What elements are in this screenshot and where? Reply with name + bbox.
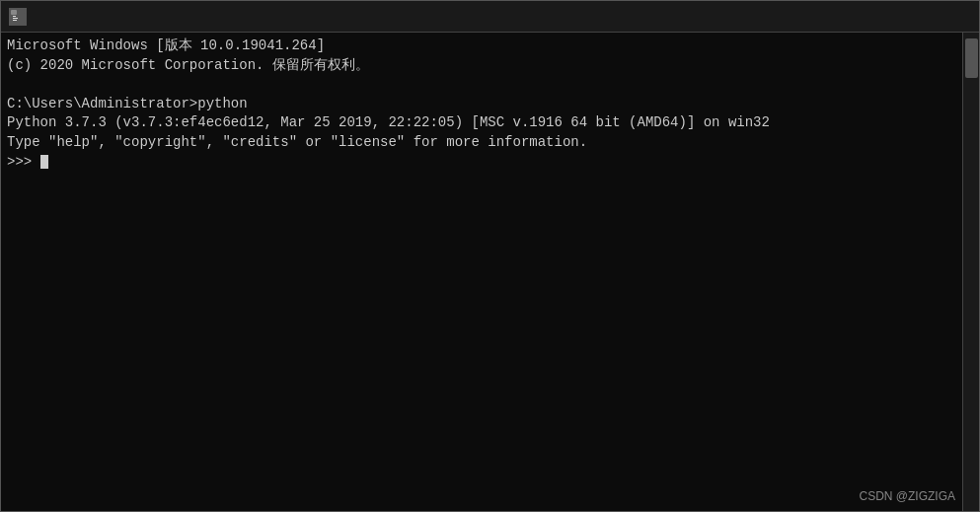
- console-line: >>>: [7, 153, 956, 173]
- svg-rect-4: [13, 20, 17, 21]
- restore-button[interactable]: [880, 1, 926, 33]
- console-line: C:\Users\Administrator>python: [7, 95, 956, 114]
- title-bar: [1, 1, 979, 33]
- console-line: [7, 75, 956, 95]
- window-icon: [9, 8, 27, 26]
- svg-rect-2: [13, 16, 16, 17]
- close-button[interactable]: [926, 1, 971, 33]
- title-bar-controls: [835, 1, 971, 33]
- svg-rect-3: [13, 18, 18, 19]
- svg-rect-1: [11, 10, 17, 15]
- scrollbar-thumb[interactable]: [965, 38, 978, 78]
- console-area[interactable]: Microsoft Windows [版本 10.0.19041.264](c)…: [1, 33, 962, 511]
- console-line: (c) 2020 Microsoft Corporation. 保留所有权利。: [7, 56, 956, 76]
- minimize-button[interactable]: [835, 1, 880, 33]
- scrollbar-track[interactable]: [962, 33, 979, 511]
- cmd-window: Microsoft Windows [版本 10.0.19041.264](c)…: [0, 0, 980, 512]
- console-line: Python 3.7.3 (v3.7.3:ef4ec6ed12, Mar 25 …: [7, 113, 956, 133]
- cursor: [40, 155, 48, 169]
- window-body: Microsoft Windows [版本 10.0.19041.264](c)…: [1, 33, 979, 511]
- watermark: CSDN @ZIGZIGA: [859, 489, 955, 503]
- console-line: Microsoft Windows [版本 10.0.19041.264]: [7, 37, 956, 56]
- console-line: Type "help", "copyright", "credits" or "…: [7, 133, 956, 153]
